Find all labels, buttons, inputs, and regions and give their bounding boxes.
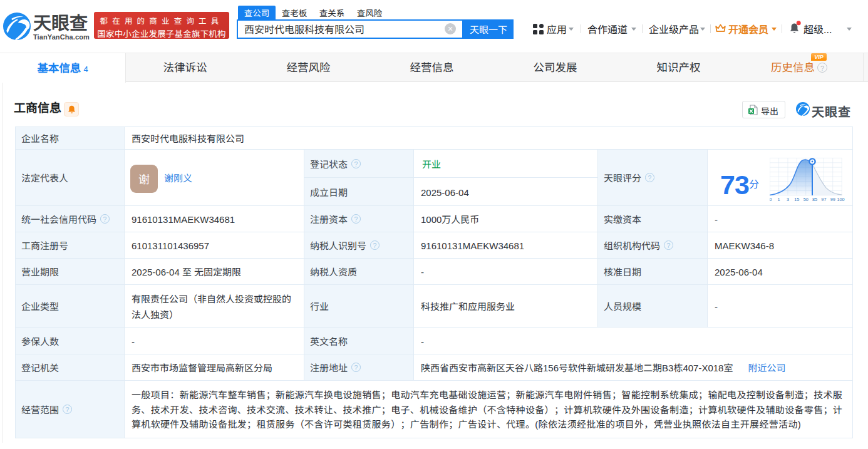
svg-text:15: 15 xyxy=(794,197,799,202)
svg-text:85: 85 xyxy=(812,197,817,202)
svg-text:0: 0 xyxy=(770,197,772,202)
svg-text:50: 50 xyxy=(803,197,809,202)
svg-text:99: 99 xyxy=(830,197,835,202)
svg-text:3: 3 xyxy=(787,197,789,202)
svg-text:97: 97 xyxy=(821,197,826,202)
svg-text:100: 100 xyxy=(837,197,844,202)
svg-text:1: 1 xyxy=(778,197,780,202)
